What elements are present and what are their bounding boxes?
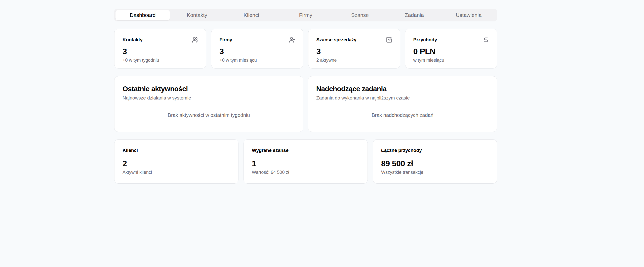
panel-subtitle: Zadania do wykonania w najbliższym czasi…	[316, 95, 489, 101]
panel-subtitle: Najnowsze działania w systemie	[123, 95, 295, 101]
empty-state-text: Brak aktywności w ostatnim tygodniu	[123, 112, 295, 118]
summary-card-wygrane-szanse: Wygrane szanse 1 Wartość: 64 500 zł	[244, 139, 368, 184]
tab-ustawienia[interactable]: Ustawienia	[441, 10, 496, 20]
stat-title: Szanse sprzedaży	[316, 37, 356, 43]
stat-card-firmy: Firmy 3 +0 w tym miesiącu	[211, 29, 303, 69]
stat-subtitle: +0 w tym miesiącu	[219, 58, 295, 63]
stat-card-szanse: Szanse sprzedaży 3 2 aktywne	[308, 29, 400, 69]
summary-card-klienci: Klienci 2 Aktywni klienci	[114, 139, 238, 184]
panel-title: Ostatnie aktywności	[123, 85, 295, 93]
tab-firmy[interactable]: Firmy	[278, 10, 333, 20]
check-square-icon	[386, 37, 392, 43]
panel-recent-activities: Ostatnie aktywności Najnowsze działania …	[114, 76, 303, 132]
summary-row: Klienci 2 Aktywni klienci Wygrane szanse…	[114, 139, 497, 184]
panel-upcoming-tasks: Nadchodzące zadania Zadania do wykonania…	[308, 76, 497, 132]
tab-kontakty[interactable]: Kontakty	[170, 10, 224, 20]
summary-value: 1	[252, 159, 360, 168]
tab-szanse[interactable]: Szanse	[333, 10, 387, 20]
summary-subtitle: Wszystkie transakcje	[381, 170, 489, 175]
stat-value: 0 PLN	[413, 47, 489, 56]
tab-klienci[interactable]: Klienci	[224, 10, 278, 20]
stat-title: Firmy	[219, 37, 232, 43]
user-check-icon	[289, 37, 296, 43]
stat-title: Przychody	[413, 37, 437, 43]
stat-value: 3	[219, 47, 295, 56]
panels-row: Ostatnie aktywności Najnowsze działania …	[114, 76, 497, 132]
stats-row: Kontakty 3 +0 w tym tygodniu Firmy 3 +0 …	[114, 29, 497, 69]
tab-zadania[interactable]: Zadania	[387, 10, 441, 20]
summary-value: 89 500 zł	[381, 159, 489, 168]
summary-subtitle: Aktywni klienci	[123, 170, 231, 175]
summary-title: Łączne przychody	[381, 148, 489, 153]
stat-value: 3	[123, 47, 198, 56]
summary-value: 2	[123, 159, 231, 168]
stat-value: 3	[316, 47, 392, 56]
stat-subtitle: +0 w tym tygodniu	[123, 58, 198, 63]
summary-title: Wygrane szanse	[252, 148, 360, 153]
stat-subtitle: w tym miesiącu	[413, 58, 489, 63]
stat-title: Kontakty	[123, 37, 143, 43]
panel-title: Nadchodzące zadania	[316, 85, 489, 93]
summary-subtitle: Wartość: 64 500 zł	[252, 170, 360, 175]
stat-card-przychody: Przychody 0 PLN w tym miesiącu	[405, 29, 497, 69]
stat-subtitle: 2 aktywne	[316, 58, 392, 63]
stat-card-kontakty: Kontakty 3 +0 w tym tygodniu	[114, 29, 206, 69]
summary-title: Klienci	[123, 148, 231, 153]
main-tabbar: Dashboard Kontakty Klienci Firmy Szanse …	[114, 9, 497, 21]
users-icon	[192, 37, 198, 43]
empty-state-text: Brak nadchodzących zadań	[316, 112, 489, 118]
summary-card-laczne-przychody: Łączne przychody 89 500 zł Wszystkie tra…	[373, 139, 497, 184]
dashboard-page: Dashboard Kontakty Klienci Firmy Szanse …	[114, 9, 497, 184]
tab-dashboard[interactable]: Dashboard	[115, 10, 170, 20]
dollar-icon	[483, 37, 489, 43]
